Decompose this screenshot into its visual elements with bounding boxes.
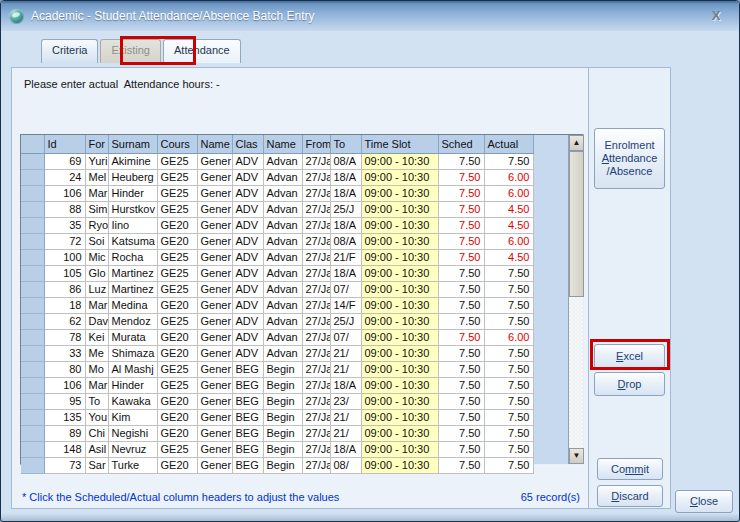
cell-id[interactable]: 89 bbox=[44, 425, 85, 441]
cell-course[interactable]: GE20 bbox=[157, 393, 197, 409]
cell-class-name[interactable]: Begin bbox=[263, 393, 302, 409]
cell-to[interactable]: 18/A bbox=[330, 377, 361, 393]
cell-course[interactable]: GE20 bbox=[157, 329, 197, 345]
cell-surname[interactable]: Katsuma bbox=[108, 233, 157, 249]
cell-class-name[interactable]: Advan bbox=[263, 201, 302, 217]
cell-course-name[interactable]: Gener bbox=[197, 345, 232, 361]
cell-time-slot[interactable]: 09:00 - 10:30 bbox=[361, 409, 438, 425]
cell-forename[interactable]: Dav bbox=[85, 313, 108, 329]
cell-sched[interactable]: 7.50 bbox=[438, 361, 484, 377]
cell-id[interactable]: 78 bbox=[44, 329, 85, 345]
cell-sched[interactable]: 7.50 bbox=[438, 297, 484, 313]
cell-from[interactable]: 27/Ja bbox=[302, 393, 330, 409]
cell-class-name[interactable]: Advan bbox=[263, 313, 302, 329]
cell-course-name[interactable]: Gener bbox=[197, 169, 232, 185]
cell-time-slot[interactable]: 09:00 - 10:30 bbox=[361, 441, 438, 457]
cell-sched[interactable]: 7.50 bbox=[438, 329, 484, 345]
cell-class[interactable]: BEG bbox=[232, 377, 263, 393]
cell-id[interactable]: 95 bbox=[44, 393, 85, 409]
cell-id[interactable]: 24 bbox=[44, 169, 85, 185]
cell-course[interactable]: GE25 bbox=[157, 249, 197, 265]
cell-actual[interactable]: 7.50 bbox=[484, 153, 533, 169]
cell-course-name[interactable]: Gener bbox=[197, 361, 232, 377]
cell-actual[interactable]: 6.00 bbox=[484, 329, 533, 345]
discard-button[interactable]: Discard bbox=[597, 485, 663, 507]
cell-course-name[interactable]: Gener bbox=[197, 313, 232, 329]
row-selector-cell[interactable] bbox=[21, 265, 44, 281]
cell-class-name[interactable]: Advan bbox=[263, 153, 302, 169]
cell-time-slot[interactable]: 09:00 - 10:30 bbox=[361, 361, 438, 377]
cell-actual[interactable]: 6.00 bbox=[484, 185, 533, 201]
cell-surname[interactable]: Hurstkov bbox=[108, 201, 157, 217]
cell-class[interactable]: ADV bbox=[232, 153, 263, 169]
cell-actual[interactable]: 7.50 bbox=[484, 441, 533, 457]
close-icon[interactable]: X bbox=[707, 7, 725, 25]
cell-forename[interactable]: Mo bbox=[85, 361, 108, 377]
cell-to[interactable]: 08/ bbox=[330, 457, 361, 473]
cell-class[interactable]: ADV bbox=[232, 313, 263, 329]
row-selector-cell[interactable] bbox=[21, 297, 44, 313]
cell-actual[interactable]: 7.50 bbox=[484, 297, 533, 313]
cell-course[interactable]: GE25 bbox=[157, 361, 197, 377]
cell-course-name[interactable]: Gener bbox=[197, 265, 232, 281]
cell-time-slot[interactable]: 09:00 - 10:30 bbox=[361, 233, 438, 249]
cell-time-slot[interactable]: 09:00 - 10:30 bbox=[361, 425, 438, 441]
cell-from[interactable]: 27/Ja bbox=[302, 457, 330, 473]
cell-forename[interactable]: Kei bbox=[85, 329, 108, 345]
cell-time-slot[interactable]: 09:00 - 10:30 bbox=[361, 265, 438, 281]
cell-course[interactable]: GE25 bbox=[157, 377, 197, 393]
tab-criteria[interactable]: Criteria bbox=[41, 39, 98, 63]
cell-actual[interactable]: 7.50 bbox=[484, 345, 533, 361]
col-header-class[interactable]: Clas bbox=[232, 135, 263, 153]
scrollbar-thumb[interactable] bbox=[569, 151, 584, 297]
cell-surname[interactable]: Medina bbox=[108, 297, 157, 313]
cell-class-name[interactable]: Advan bbox=[263, 329, 302, 345]
cell-course-name[interactable]: Gener bbox=[197, 377, 232, 393]
cell-surname[interactable]: Al Mashj bbox=[108, 361, 157, 377]
drop-button[interactable]: Drop bbox=[594, 372, 665, 396]
cell-class-name[interactable]: Begin bbox=[263, 441, 302, 457]
cell-id[interactable]: 62 bbox=[44, 313, 85, 329]
cell-time-slot[interactable]: 09:00 - 10:30 bbox=[361, 457, 438, 473]
cell-from[interactable]: 27/Ja bbox=[302, 313, 330, 329]
cell-from[interactable]: 27/Ja bbox=[302, 377, 330, 393]
cell-course[interactable]: GE20 bbox=[157, 457, 197, 473]
cell-id[interactable]: 72 bbox=[44, 233, 85, 249]
close-button[interactable]: Close bbox=[675, 490, 733, 513]
cell-class-name[interactable]: Advan bbox=[263, 217, 302, 233]
cell-course-name[interactable]: Gener bbox=[197, 233, 232, 249]
cell-id[interactable]: 106 bbox=[44, 185, 85, 201]
cell-class[interactable]: ADV bbox=[232, 201, 263, 217]
cell-to[interactable]: 25/J bbox=[330, 201, 361, 217]
cell-course-name[interactable]: Gener bbox=[197, 249, 232, 265]
cell-to[interactable]: 21/ bbox=[330, 345, 361, 361]
cell-time-slot[interactable]: 09:00 - 10:30 bbox=[361, 297, 438, 313]
cell-actual[interactable]: 7.50 bbox=[484, 393, 533, 409]
row-selector-cell[interactable] bbox=[21, 249, 44, 265]
cell-class[interactable]: BEG bbox=[232, 361, 263, 377]
cell-class[interactable]: ADV bbox=[232, 281, 263, 297]
cell-surname[interactable]: Murata bbox=[108, 329, 157, 345]
cell-course[interactable]: GE25 bbox=[157, 313, 197, 329]
cell-forename[interactable]: Sar bbox=[85, 457, 108, 473]
cell-id[interactable]: 106 bbox=[44, 377, 85, 393]
row-selector-cell[interactable] bbox=[21, 441, 44, 457]
cell-from[interactable]: 27/Ja bbox=[302, 217, 330, 233]
cell-class[interactable]: ADV bbox=[232, 169, 263, 185]
cell-course[interactable]: GE25 bbox=[157, 185, 197, 201]
commit-button[interactable]: Commit bbox=[597, 458, 663, 480]
cell-forename[interactable]: Mar bbox=[85, 377, 108, 393]
cell-from[interactable]: 27/Ja bbox=[302, 425, 330, 441]
cell-from[interactable]: 27/Ja bbox=[302, 265, 330, 281]
cell-actual[interactable]: 4.50 bbox=[484, 217, 533, 233]
cell-surname[interactable]: Kim bbox=[108, 409, 157, 425]
vertical-scrollbar[interactable]: ▲ ▼ bbox=[568, 135, 583, 464]
cell-actual[interactable]: 7.50 bbox=[484, 377, 533, 393]
cell-class-name[interactable]: Advan bbox=[263, 233, 302, 249]
cell-forename[interactable]: Sim bbox=[85, 201, 108, 217]
cell-course-name[interactable]: Gener bbox=[197, 297, 232, 313]
cell-forename[interactable]: Mic bbox=[85, 249, 108, 265]
row-selector-cell[interactable] bbox=[21, 361, 44, 377]
cell-class-name[interactable]: Advan bbox=[263, 185, 302, 201]
cell-from[interactable]: 27/Ja bbox=[302, 441, 330, 457]
